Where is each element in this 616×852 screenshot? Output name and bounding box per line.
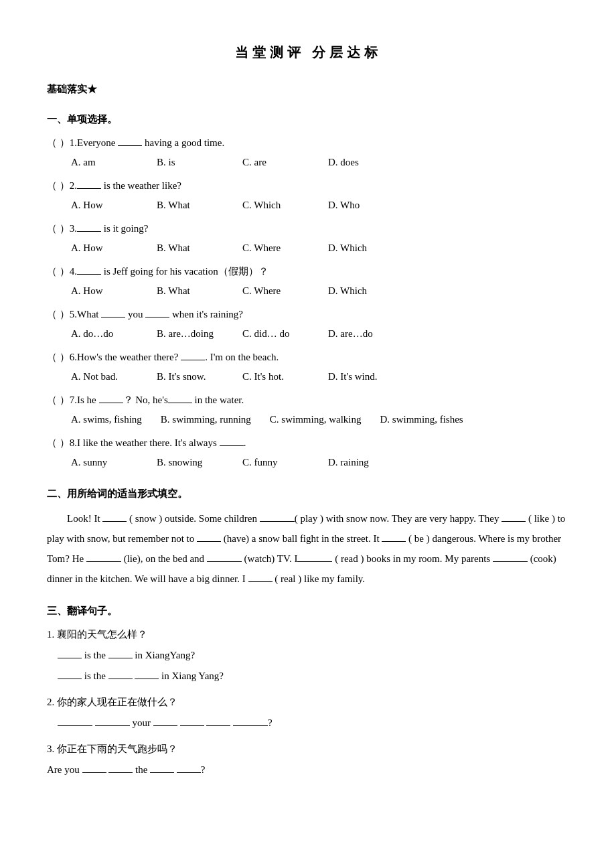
fill-blank4 [197, 541, 221, 542]
t2-blank5 [206, 725, 230, 726]
t2-blank1 [58, 725, 92, 726]
q5-optB: B. are…doing [157, 325, 224, 343]
fill-blank1 [102, 521, 127, 522]
q8-optD: D. raining [328, 453, 395, 472]
q8-text: I like the weather there. It's always . [77, 434, 569, 452]
q1-text: Everyone having a good time. [77, 134, 569, 152]
translate3-line1: Are you the ? [47, 761, 569, 779]
q5-blank2 [145, 317, 169, 317]
translate-item-1: 1. 襄阳的天气怎么样？ is the in XiangYang? is the… [47, 626, 569, 685]
translate2-num-text: 2. 你的家人现在正在做什么？ [47, 693, 569, 711]
q2-optB: B. What [157, 196, 224, 214]
q8-num: （ ）8. [47, 434, 77, 452]
q3-optB: B. What [157, 239, 224, 257]
subsection1-label: 一、单项选择。 [47, 111, 569, 129]
questions-list: （ ）1. Everyone having a good time. A. am… [47, 134, 569, 472]
translate-item-2: 2. 你的家人现在正在做什么？ your ? [47, 693, 569, 732]
subsection3-label: 三、翻译句子。 [47, 602, 569, 620]
fill-paragraph: Look! It ( snow ) outside. Some children… [47, 508, 569, 589]
question-6: （ ）6. How's the weather there? . I'm on … [47, 348, 569, 386]
fill-blank7 [207, 561, 242, 562]
t2-blank4 [180, 725, 204, 726]
q1-optD: D. does [328, 153, 395, 171]
t3-blank3 [150, 772, 174, 773]
q3-options: A. How B. What C. Where D. Which [71, 239, 569, 257]
q5-blank1 [101, 317, 125, 317]
q7-blank2 [168, 403, 192, 403]
q6-optD: D. It's wind. [328, 368, 395, 386]
translate1-line1: is the in XiangYang? [58, 646, 569, 664]
q2-optD: D. Who [328, 196, 395, 214]
q8-optC: C. funny [242, 453, 309, 472]
translate3-num-text: 3. 你正在下雨的天气跑步吗？ [47, 740, 569, 758]
q4-optB: B. What [157, 282, 224, 300]
t1-blank1 [58, 658, 82, 658]
fill-blank6 [86, 561, 121, 562]
q1-options: A. am B. is C. are D. does [71, 153, 569, 171]
q6-num: （ ）6. [47, 348, 77, 366]
q6-blank [181, 360, 205, 360]
q7-blank1 [99, 403, 123, 403]
q1-num: （ ）1. [47, 134, 77, 152]
t1-blank4 [108, 679, 133, 679]
fill-blank8 [297, 561, 332, 562]
q3-text: is it going? [77, 220, 569, 238]
q8-options: A. sunny B. snowing C. funny D. raining [71, 453, 569, 472]
t3-blank1 [82, 772, 106, 773]
t3-blank2 [108, 772, 133, 773]
q7-optD: D. swimming, fishes [380, 411, 463, 429]
q4-optD: D. Which [328, 282, 395, 300]
t3-blank4 [177, 772, 201, 773]
q1-optA: A. am [71, 153, 138, 171]
q2-optA: A. How [71, 196, 138, 214]
translate1-num-text: 1. 襄阳的天气怎么样？ [47, 626, 569, 644]
q5-optA: A. do…do [71, 325, 138, 343]
q8-optB: B. snowing [157, 453, 224, 472]
t1-blank3 [58, 679, 82, 679]
q3-blank [77, 231, 101, 232]
q6-optA: A. Not bad. [71, 368, 138, 386]
question-4: （ ）4. is Jeff going for his vacation（假期）… [47, 263, 569, 300]
q4-blank [77, 274, 101, 275]
q1-optB: B. is [157, 153, 224, 171]
fill-blank9 [493, 561, 528, 562]
q7-options: A. swims, fishing B. swimming, running C… [71, 411, 569, 429]
q4-optC: C. Where [242, 282, 309, 300]
q2-optC: C. Which [242, 196, 309, 214]
q7-optA: A. swims, fishing [71, 411, 142, 429]
translate2-line1: your ? [58, 714, 569, 732]
q5-num: （ ）5. [47, 305, 77, 324]
fill-blank10 [248, 581, 273, 582]
question-7: （ ）7. Is he ？ No, he's in the water. A. … [47, 391, 569, 429]
q2-num: （ ）2. [47, 177, 77, 195]
fill-section: 二、用所给词的适当形式填空。 Look! It ( snow ) outside… [47, 485, 569, 589]
translate1-line2: is the in Xiang Yang? [58, 667, 569, 685]
q6-options: A. Not bad. B. It's snow. C. It's hot. D… [71, 368, 569, 386]
q2-options: A. How B. What C. Which D. Who [71, 196, 569, 214]
q3-optA: A. How [71, 239, 138, 257]
q6-optB: B. It's snow. [157, 368, 224, 386]
subsection2-label: 二、用所给词的适当形式填空。 [47, 485, 569, 503]
fill-blank5 [382, 541, 406, 542]
q2-text: is the weather like? [77, 177, 569, 195]
question-2: （ ）2. is the weather like? A. How B. Wha… [47, 177, 569, 214]
q7-optC: C. swimming, walking [270, 411, 362, 429]
q4-optA: A. How [71, 282, 138, 300]
q5-options: A. do…do B. are…doing C. did… do D. are…… [71, 325, 569, 343]
q5-optD: D. are…do [328, 325, 395, 343]
q7-optB: B. swimming, running [161, 411, 251, 429]
t1-blank5 [135, 679, 159, 679]
q4-options: A. How B. What C. Where D. Which [71, 282, 569, 300]
t2-blank2 [95, 725, 130, 726]
q1-blank [118, 145, 142, 146]
q3-optD: D. Which [328, 239, 395, 257]
q5-text: What you when it's raining? [77, 305, 569, 324]
q3-num: （ ）3. [47, 220, 77, 238]
section1-title: 基础落实★ [47, 80, 569, 98]
question-5: （ ）5. What you when it's raining? A. do…… [47, 305, 569, 343]
q2-blank [77, 188, 101, 189]
translate-section: 三、翻译句子。 1. 襄阳的天气怎么样？ is the in XiangYang… [47, 602, 569, 779]
q8-blank [220, 445, 244, 446]
question-8: （ ）8. I like the weather there. It's alw… [47, 434, 569, 472]
q4-text: is Jeff going for his vacation（假期）？ [77, 263, 569, 281]
